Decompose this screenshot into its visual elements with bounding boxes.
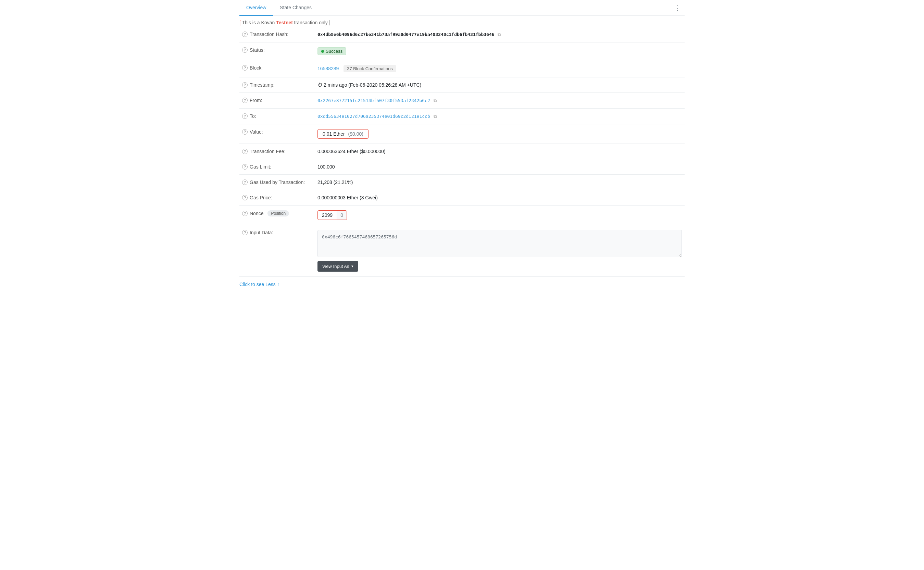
copy-to-icon[interactable]: ⧉ [434, 114, 437, 119]
row-gas-used: ? Gas Used by Transaction: 21,208 (21.21… [239, 175, 685, 190]
more-options-button[interactable]: ⋮ [670, 2, 685, 14]
to-address-link[interactable]: 0xdd55634e1027d706a235374e01d69c2d121e1c… [317, 114, 430, 119]
row-input-data: ? Input Data: 0x496c6f766545746865726575… [239, 225, 685, 277]
help-icon-timestamp[interactable]: ? [242, 82, 248, 88]
help-icon-from[interactable]: ? [242, 98, 248, 103]
label-nonce: ? Nonce Position [242, 210, 312, 216]
row-block: ? Block: 16588289 37 Block Confirmations [239, 60, 685, 77]
alert-open-bracket: [ [239, 20, 242, 25]
block-confirmations-badge: 37 Block Confirmations [344, 65, 396, 72]
label-block: ? Block: [242, 65, 312, 70]
tab-state-changes[interactable]: State Changes [273, 0, 318, 16]
timestamp-value: ⏱2 mins ago (Feb-06-2020 05:26:28 AM +UT… [317, 82, 421, 88]
status-dot [321, 50, 324, 53]
from-address-link[interactable]: 0x2267e877215fc21514bf507f30f553af2342b6… [317, 98, 430, 103]
help-icon-status[interactable]: ? [242, 47, 248, 53]
tx-hash-value: 0x4db8e6b4096d6c27be341b73af99a8d0477e19… [317, 32, 494, 37]
help-icon-nonce[interactable]: ? [242, 211, 248, 216]
nonce-box: 2099 0 [317, 210, 347, 220]
help-icon-to[interactable]: ? [242, 113, 248, 119]
copy-from-icon[interactable]: ⧉ [434, 98, 437, 103]
info-table: ? Transaction Hash: 0x4db8e6b4096d6c27be… [239, 27, 685, 277]
click-less-label: Click to see Less [239, 282, 276, 287]
view-input-as-label: View Input As [322, 264, 349, 269]
help-icon-tx-hash[interactable]: ? [242, 32, 248, 37]
label-gas-price: ? Gas Price: [242, 195, 312, 201]
alert-testnet: Testnet [276, 20, 293, 25]
label-input-data: ? Input Data: [242, 230, 312, 235]
label-status: ? Status: [242, 47, 312, 53]
status-text: Success [326, 49, 343, 54]
row-gas-limit: ? Gas Limit: 100,000 [239, 159, 685, 175]
value-ether: 0.01 Ether [323, 131, 345, 137]
tabs-bar: Overview State Changes ⋮ [239, 0, 685, 16]
row-transaction-hash: ? Transaction Hash: 0x4db8e6b4096d6c27be… [239, 27, 685, 43]
input-data-textarea[interactable]: 0x496c6f7665457468657265756d [317, 230, 682, 257]
clock-icon: ⏱ [317, 82, 322, 88]
label-value: ? Value: [242, 129, 312, 135]
nonce-position-value: 0 [337, 211, 347, 219]
row-timestamp: ? Timestamp: ⏱2 mins ago (Feb-06-2020 05… [239, 77, 685, 93]
chevron-down-icon: ▾ [351, 264, 353, 268]
help-icon-gas-used[interactable]: ? [242, 179, 248, 185]
row-nonce: ? Nonce Position 2099 0 [239, 205, 685, 225]
alert-banner: [ This is a Kovan Testnet transaction on… [239, 16, 685, 27]
view-input-as-button[interactable]: View Input As ▾ [317, 261, 358, 272]
position-badge: Position [268, 210, 289, 216]
value-usd: ($0.00) [348, 131, 363, 137]
gas-price-value: 0.000000003 Ether (3 Gwei) [317, 195, 378, 201]
tab-overview[interactable]: Overview [239, 0, 273, 16]
help-icon-tx-fee[interactable]: ? [242, 149, 248, 154]
label-transaction-hash: ? Transaction Hash: [242, 32, 312, 37]
label-from: ? From: [242, 98, 312, 103]
status-badge: Success [317, 47, 346, 55]
block-number-link[interactable]: 16588289 [317, 66, 339, 71]
label-to: ? To: [242, 113, 312, 119]
label-timestamp: ? Timestamp: [242, 82, 312, 88]
alert-text2: transaction only ] [293, 20, 330, 25]
help-icon-gas-limit[interactable]: ? [242, 164, 248, 170]
alert-text: This is a Kovan [242, 20, 276, 25]
label-transaction-fee: ? Transaction Fee: [242, 149, 312, 154]
row-status: ? Status: Success [239, 43, 685, 60]
arrow-up-icon: ↑ [278, 282, 280, 287]
help-icon-value[interactable]: ? [242, 129, 248, 135]
gas-limit-value: 100,000 [317, 164, 335, 170]
label-gas-limit: ? Gas Limit: [242, 164, 312, 170]
nonce-value: 2099 [318, 211, 337, 219]
gas-used-value: 21,208 (21.21%) [317, 179, 353, 185]
row-transaction-fee: ? Transaction Fee: 0.000063624 Ether ($0… [239, 144, 685, 159]
transaction-fee-value: 0.000063624 Ether ($0.000000) [317, 149, 386, 154]
label-gas-used: ? Gas Used by Transaction: [242, 179, 312, 185]
copy-tx-hash-icon[interactable]: ⧉ [498, 32, 501, 37]
help-icon-block[interactable]: ? [242, 65, 248, 70]
row-value: ? Value: 0.01 Ether ($0.00) [239, 124, 685, 144]
click-to-see-less-link[interactable]: Click to see Less ↑ [239, 277, 280, 292]
row-from: ? From: 0x2267e877215fc21514bf507f30f553… [239, 93, 685, 109]
row-to: ? To: 0xdd55634e1027d706a235374e01d69c2d… [239, 109, 685, 124]
help-icon-gas-price[interactable]: ? [242, 195, 248, 201]
row-gas-price: ? Gas Price: 0.000000003 Ether (3 Gwei) [239, 190, 685, 205]
value-box: 0.01 Ether ($0.00) [317, 129, 369, 139]
help-icon-input-data[interactable]: ? [242, 230, 248, 235]
